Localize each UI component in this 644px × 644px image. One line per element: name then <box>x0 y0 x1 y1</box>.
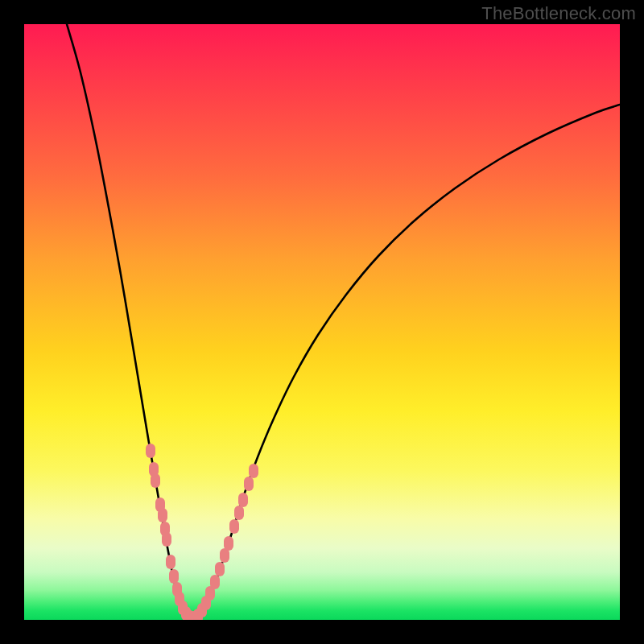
bead-marker <box>169 569 179 584</box>
bead-marker <box>158 508 167 522</box>
bead-marker <box>249 464 258 478</box>
bead-marker <box>244 477 254 491</box>
plot-area <box>24 24 620 620</box>
bead-cluster <box>146 444 258 620</box>
chart-frame: TheBottleneck.com <box>0 0 644 644</box>
bead-marker <box>224 536 233 551</box>
bottleneck-curve <box>67 24 620 618</box>
bead-marker <box>151 473 160 488</box>
curve-svg <box>24 24 620 620</box>
bead-marker <box>166 555 175 569</box>
bead-marker <box>210 575 220 589</box>
bead-marker <box>146 444 155 458</box>
bead-marker <box>162 532 171 547</box>
watermark-text: TheBottleneck.com <box>481 3 636 24</box>
bead-marker <box>234 506 244 520</box>
bead-marker <box>215 562 225 576</box>
bead-marker <box>238 493 248 507</box>
bead-marker <box>229 519 239 534</box>
